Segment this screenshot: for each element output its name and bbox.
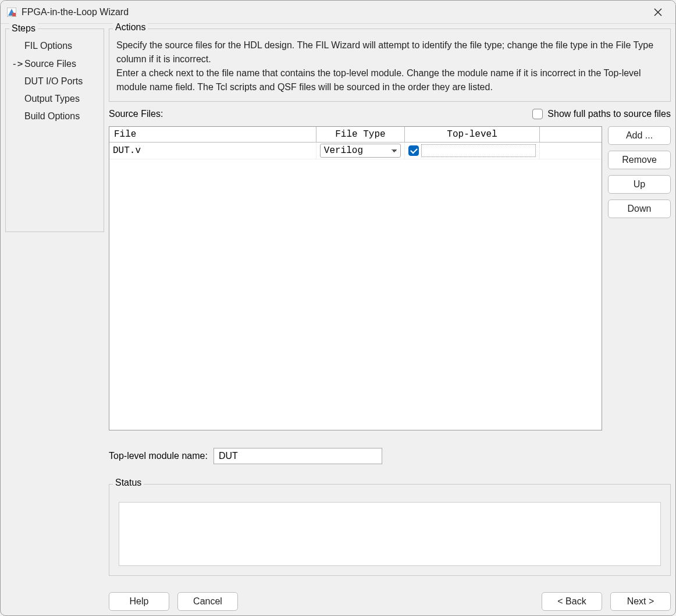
module-name-input[interactable] [214,448,382,464]
step-label: Source Files [24,59,76,69]
file-cell[interactable]: DUT.v [109,143,316,159]
footer-buttons: Help Cancel < Back Next > [109,582,671,611]
steps-legend: Steps [9,23,38,34]
col-header-empty [540,127,602,143]
col-header-file[interactable]: File [109,127,316,143]
file-buttons: Add ... Remove Up Down [608,126,671,430]
add-button[interactable]: Add ... [608,126,671,145]
top-level-checkbox[interactable] [408,145,419,156]
step-dut-io-ports[interactable]: DUT I/O Ports [12,73,98,90]
step-label: FIL Options [24,41,72,51]
source-files-label: Source Files: [109,109,163,119]
col-header-top-level[interactable]: Top-level [405,127,540,143]
app-icon [6,7,17,17]
checkbox-icon [532,109,543,119]
table-row[interactable]: DUT.v Verilog [109,143,602,159]
top-level-name-input[interactable] [421,144,536,157]
step-label: Build Options [24,111,80,121]
step-source-files[interactable]: ->Source Files [12,55,98,73]
svg-rect-2 [12,13,16,16]
status-panel: Status [109,484,671,576]
actions-panel: Actions Specify the source files for the… [109,29,671,102]
window-title: FPGA-in-the-Loop Wizard [22,7,646,17]
show-full-paths-checkbox[interactable]: Show full paths to source files [532,109,671,119]
step-fil-options[interactable]: FIL Options [12,37,98,55]
main-panel: Actions Specify the source files for the… [109,29,671,611]
remove-button[interactable]: Remove [608,151,671,169]
steps-panel: Steps FIL Options ->Source Files DUT I/O… [5,29,104,232]
table-empty-area[interactable] [109,159,602,430]
up-button[interactable]: Up [608,175,671,194]
module-name-row: Top-level module name: [109,448,671,464]
actions-legend: Actions [113,22,148,33]
col-header-file-type[interactable]: File Type [316,127,404,143]
step-build-options[interactable]: Build Options [12,108,98,125]
module-name-label: Top-level module name: [109,451,208,461]
titlebar: FPGA-in-the-Loop Wizard [1,1,675,24]
file-type-select[interactable]: Verilog [320,144,401,158]
status-legend: Status [113,478,144,488]
step-label: DUT I/O Ports [24,76,83,86]
source-files-header: Source Files: Show full paths to source … [109,108,671,120]
next-button[interactable]: Next > [610,592,671,611]
file-type-cell: Verilog [316,143,404,159]
show-full-paths-label: Show full paths to source files [547,109,671,119]
status-box [119,502,661,566]
down-button[interactable]: Down [608,200,671,218]
close-icon[interactable] [646,3,670,21]
top-level-cell [405,143,540,159]
help-button[interactable]: Help [109,592,169,611]
step-output-types[interactable]: Output Types [12,90,98,108]
cancel-button[interactable]: Cancel [177,592,238,611]
actions-text: Specify the source files for the HDL des… [116,38,663,94]
empty-cell [540,143,602,159]
wizard-window: FPGA-in-the-Loop Wizard Steps FIL Option… [0,0,676,616]
step-label: Output Types [24,94,80,104]
source-files-table: File File Type Top-level DUT.v [109,126,602,430]
back-button[interactable]: < Back [542,592,602,611]
